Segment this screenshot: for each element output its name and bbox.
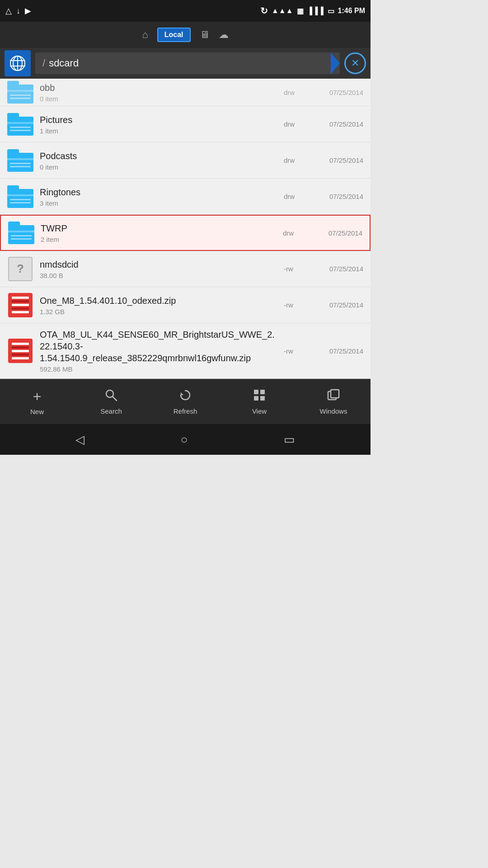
zip-file-icon (7, 293, 33, 317)
breadcrumb: / sdcard (35, 52, 340, 74)
file-name: Ringtones (40, 186, 275, 198)
svg-line-6 (113, 396, 117, 401)
navigation-bar: ⌂ Local 🖥 ☁ (0, 22, 371, 48)
file-info-ringtones: Ringtones 3 item (40, 186, 275, 207)
svg-rect-11 (260, 396, 265, 401)
file-perms: -rw (284, 265, 306, 273)
status-bar: △ ↓ ▶ ↻ ▲▲▲ ▦ ▐▐▐ ▭ 1:46 PM (0, 0, 371, 22)
media-icon: ▶ (25, 6, 31, 16)
file-name: TWRP (41, 222, 274, 234)
list-item-twrp[interactable]: TWRP 2 item drw 07/25/2014 (0, 215, 371, 251)
battery-icon: ▭ (328, 7, 334, 15)
file-perms: drw (284, 193, 306, 200)
list-item[interactable]: ? nmdsdcid 38.00 B -rw 07/25/2014 (0, 251, 371, 287)
cloud-icon[interactable]: ☁ (219, 29, 229, 41)
folder-icon-pictures (7, 113, 33, 136)
folder-icon-twrp (8, 221, 34, 245)
refresh-icon (179, 389, 192, 405)
list-item[interactable]: One_M8_1.54.401.10_odexed.zip 1.32 GB -r… (0, 287, 371, 323)
new-label: New (30, 408, 44, 415)
refresh-label: Refresh (174, 407, 197, 415)
file-info-podcasts: Podcasts 0 item (40, 150, 275, 171)
file-meta: 0 item (40, 95, 275, 103)
svg-rect-8 (254, 390, 258, 394)
search-button[interactable]: Search (80, 384, 143, 420)
file-date: 07/25/2014 (314, 265, 363, 273)
file-perms: drw (283, 229, 305, 237)
file-perms: drw (284, 120, 306, 128)
file-list: obb 0 item drw 07/25/2014 Pictures 1 ite… (0, 79, 371, 379)
path-bar: / sdcard ✕ (0, 48, 371, 79)
status-right-icons: ↻ ▲▲▲ ▦ ▐▐▐ ▭ 1:46 PM (260, 5, 365, 16)
file-date: 07/25/2014 (314, 120, 363, 128)
file-name: OTA_M8_UL_K44_SENSE60_MR_BrightstarUS_WW… (40, 329, 275, 364)
view-button[interactable]: View (228, 384, 291, 420)
wifi-icon: ▲▲▲ (272, 7, 293, 15)
unknown-file-icon: ? (7, 257, 33, 281)
system-nav: ◁ ○ ▭ (0, 424, 371, 455)
windows-label: Windows (320, 407, 347, 415)
time-display: 1:46 PM (338, 7, 365, 15)
new-icon: + (33, 388, 42, 405)
recents-button[interactable]: ▭ (284, 433, 295, 447)
list-item[interactable]: Ringtones 3 item drw 07/25/2014 (0, 179, 371, 215)
file-meta: 1.32 GB (40, 308, 275, 316)
path-location: sdcard (49, 57, 79, 69)
local-tab[interactable]: Local (157, 28, 191, 42)
file-perms: -rw (284, 347, 306, 355)
close-button[interactable]: ✕ (344, 52, 366, 74)
status-left-icons: △ ↓ ▶ (5, 6, 31, 16)
home-icon[interactable]: ⌂ (142, 29, 148, 41)
file-info-nmdsdcid: nmdsdcid 38.00 B (40, 259, 275, 279)
windows-button[interactable]: Windows (302, 384, 365, 420)
file-meta: 0 item (40, 163, 275, 171)
file-meta: 1 item (40, 127, 275, 135)
notif-icon-2: ↓ (16, 6, 20, 16)
list-item[interactable]: Podcasts 0 item drw 07/25/2014 (0, 142, 371, 179)
file-info-twrp: TWRP 2 item (41, 222, 274, 243)
folder-icon-obb (7, 80, 33, 104)
file-name: One_M8_1.54.401.10_odexed.zip (40, 295, 275, 307)
home-button[interactable]: ○ (181, 433, 188, 447)
svg-rect-13 (331, 390, 339, 398)
file-date: 07/25/2014 (314, 89, 363, 96)
file-name: obb (40, 82, 275, 94)
device-icon[interactable]: 🖥 (200, 29, 210, 41)
list-item[interactable]: obb 0 item drw 07/25/2014 (0, 79, 371, 106)
new-button[interactable]: + New (5, 384, 69, 420)
search-label: Search (100, 407, 122, 415)
file-perms: -rw (284, 301, 306, 309)
list-item[interactable]: OTA_M8_UL_K44_SENSE60_MR_BrightstarUS_WW… (0, 323, 371, 379)
storage-icon: ▦ (297, 7, 304, 15)
search-icon (105, 389, 117, 405)
folder-icon-podcasts (7, 149, 33, 172)
file-date: 07/25/2014 (314, 193, 363, 200)
file-meta: 38.00 B (40, 272, 275, 279)
folder-icon-ringtones (7, 185, 33, 208)
file-date: 07/25/2014 (314, 301, 363, 309)
file-meta: 3 item (40, 199, 275, 207)
file-meta: 592.86 MB (40, 365, 275, 373)
file-info-pictures: Pictures 1 item (40, 114, 275, 135)
globe-icon[interactable] (5, 50, 31, 76)
file-info-onem8: One_M8_1.54.401.10_odexed.zip 1.32 GB (40, 295, 275, 316)
path-arrow (331, 52, 340, 74)
zip-file-icon-2 (7, 339, 33, 363)
back-button[interactable]: ◁ (75, 433, 84, 447)
view-icon (253, 389, 266, 405)
file-perms: drw (284, 89, 306, 96)
windows-icon (327, 389, 340, 405)
file-perms: drw (284, 156, 306, 164)
file-name: nmdsdcid (40, 259, 275, 270)
file-info-obb: obb 0 item (40, 82, 275, 103)
bottom-toolbar: + New Search Refresh V (0, 379, 371, 424)
file-info-ota: OTA_M8_UL_K44_SENSE60_MR_BrightstarUS_WW… (40, 329, 275, 373)
file-name: Pictures (40, 114, 275, 126)
file-meta: 2 item (41, 236, 274, 243)
refresh-button[interactable]: Refresh (154, 384, 217, 420)
svg-rect-10 (254, 396, 258, 401)
file-date: 07/25/2014 (314, 156, 363, 164)
list-item[interactable]: Pictures 1 item drw 07/25/2014 (0, 106, 371, 142)
file-date: 07/25/2014 (314, 347, 363, 355)
svg-rect-4 (17, 56, 18, 71)
